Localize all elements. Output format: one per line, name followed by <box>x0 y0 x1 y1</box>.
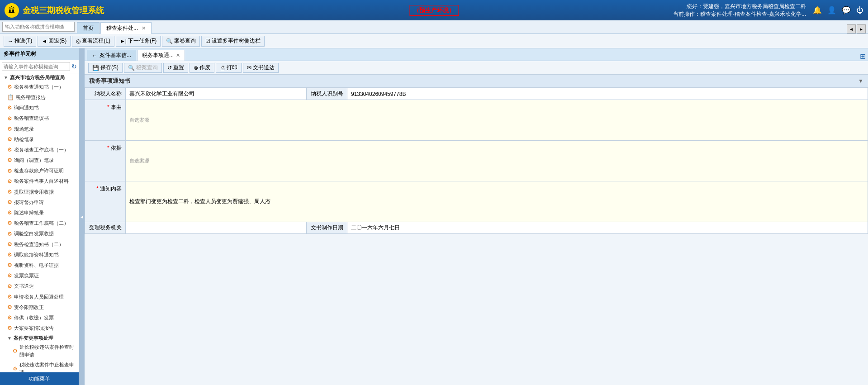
tree-item-24[interactable]: ⚙大案要案情况报告 <box>0 323 79 333</box>
notice-label: * 通知内容 <box>85 181 126 222</box>
tree-item-15[interactable]: ⚙调验空白发票收据 <box>0 229 79 239</box>
void-icon: ⊗ <box>194 65 198 71</box>
form-container: 税务事项通知书 ▼ 纳税人名称 嘉兴禾欣化学工业有限公司 纳税人识别号 9133… <box>85 75 868 385</box>
nav-search-input[interactable] <box>5 24 64 29</box>
function-menu-button[interactable]: 功能菜单 <box>0 372 79 385</box>
tree-item-4[interactable]: ⚙税务稽查建议书 <box>0 114 79 124</box>
basis-required: * <box>107 145 109 151</box>
next-task-button[interactable]: ►| 下一任务(F) <box>116 36 161 47</box>
tab-tax-notice-close[interactable]: ✕ <box>176 52 180 58</box>
tree-item-19[interactable]: ⚙发票换票证 <box>0 271 79 281</box>
taxpayer-name-value: 嘉兴禾欣化学工业有限公司 <box>126 88 307 100</box>
sidebar-search-input[interactable] <box>2 62 70 71</box>
back-label: 回退(B) <box>48 37 66 45</box>
tree-item-10[interactable]: ⚙税务案件当事人自述材料 <box>0 176 79 187</box>
form-collapse-icon[interactable]: ▼ <box>858 78 863 84</box>
tree-item-14[interactable]: ⚙税务稽查工作底稿（二） <box>0 218 79 228</box>
tree-item-16[interactable]: ⚙税务检查通知书（二） <box>0 239 79 250</box>
save-icon: 💾 <box>92 65 99 71</box>
tree-item-17[interactable]: ⚙调取账簿资料通知书 <box>0 250 79 260</box>
notice-row: * 通知内容 检查部门变更为检查二科，检查人员变更为贾建强、周人杰 <box>85 181 868 222</box>
tab-audit-close[interactable]: ✕ <box>142 25 146 31</box>
print-label: 打印 <box>227 64 237 71</box>
sidebar-header: 多事件单元树 <box>0 48 79 60</box>
tab-home-label: 首页 <box>83 24 94 32</box>
logo-icon: 🏛 <box>5 3 19 18</box>
receiver-value[interactable] <box>126 222 307 234</box>
void-label: 作废 <box>199 64 210 71</box>
basis-label: * 依据 <box>85 141 126 181</box>
tree-group-label: 嘉兴市地方税务局稽查局 <box>10 74 65 81</box>
tab-case-basic[interactable]: ← 案件基本信... <box>87 50 136 61</box>
tree-item-7[interactable]: ⚙税务稽查工作底稿（一） <box>0 145 79 155</box>
doc-date-label: 文书制作日期 <box>307 222 347 234</box>
tree-group-case-change[interactable]: ▼ 案件变更事项处理 <box>0 334 79 342</box>
collapse-handle[interactable]: ◄ <box>79 48 85 385</box>
back-button[interactable]: ◄ 回退(B) <box>38 36 71 47</box>
form-table: 纳税人名称 嘉兴禾欣化学工业有限公司 纳税人识别号 91330402609459… <box>85 88 868 234</box>
tree-item-6[interactable]: ⚙助检笔录 <box>0 134 79 145</box>
next-icon: ►| <box>120 38 127 44</box>
print-button[interactable]: 🖨 打印 <box>216 63 242 73</box>
power-icon[interactable]: ⏻ <box>856 6 863 14</box>
main-content: 多事件单元树 ↻ ▼ 嘉兴市地方税务局稽查局 ⚙税务检查通知书（一） 📋税务稽查… <box>0 48 868 385</box>
tree-item-2[interactable]: 📋税务稽查报告 <box>0 92 79 103</box>
set-sidebar-button[interactable]: ☑ 设置多事件树侧边栏 <box>201 36 265 47</box>
tree-item-11[interactable]: ⚙提取证据专用收据 <box>0 187 79 197</box>
save-button[interactable]: 💾 保存(S) <box>88 63 123 73</box>
form-title-text: 税务事项通知书 <box>89 77 130 85</box>
reset-button[interactable]: ↺ 重置 <box>163 63 188 73</box>
basis-value[interactable]: 自选案源 <box>126 141 868 181</box>
tab-home[interactable]: 首页 <box>77 22 100 34</box>
sidebar-icon: ☑ <box>205 38 210 44</box>
tree-item-21[interactable]: ⚙申请税务人员回避处理 <box>0 292 79 302</box>
nav-search-box[interactable] <box>2 22 75 32</box>
tree-item-22[interactable]: ⚙责令限期改正 <box>0 302 79 313</box>
current-action: 当前操作：稽查案件处理-稽查案件检查-嘉兴禾欣化学... <box>673 10 806 18</box>
receiver-label: 受理税务机关 <box>85 222 126 234</box>
app-header: 🏛 金税三期税收管理系统 （预生产环境） 您好：贾建强，嘉兴市地方税务局稽查局检… <box>0 0 868 20</box>
tree-group-jiaxing[interactable]: ▼ 嘉兴市地方税务局稽查局 <box>0 73 79 82</box>
tree-item-8[interactable]: ⚙询问（调查）笔录 <box>0 155 79 166</box>
reason-required: * <box>107 104 109 110</box>
tree-item-18[interactable]: ⚙视听资料、电子证据 <box>0 260 79 271</box>
user-icon[interactable]: 👤 <box>827 6 836 14</box>
tree-item-20[interactable]: ⚙文书送达 <box>0 281 79 292</box>
tree-item-12[interactable]: ⚙报请督办申请 <box>0 197 79 208</box>
sidebar: 多事件单元树 ↻ ▼ 嘉兴市地方税务局稽查局 ⚙税务检查通知书（一） 📋税务稽查… <box>0 48 79 385</box>
void-button[interactable]: ⊗ 作废 <box>190 63 214 73</box>
tree-item-25[interactable]: ⚙延长税收违法案件检查时限申请 <box>0 342 79 360</box>
reason-value[interactable]: 自选案源 <box>126 100 868 141</box>
view-flow-button[interactable]: ◎ 查看流程(L) <box>72 36 114 47</box>
tree-item-13[interactable]: ⚙陈述申辩笔录 <box>0 208 79 218</box>
nav-prev[interactable]: ◄ <box>847 24 856 33</box>
case-query-button[interactable]: 🔍 案卷查询 <box>162 36 200 47</box>
nav-next[interactable]: ► <box>857 24 866 33</box>
tree-item-26[interactable]: ⚙税收违法案件中止检查申请 <box>0 360 79 372</box>
sidebar-search: ↻ <box>0 60 79 73</box>
case-query-inner-button[interactable]: 🔍 稽案查询 <box>124 63 162 73</box>
tab-tax-notice[interactable]: 税务事项通... ✕ <box>137 50 185 61</box>
tree-item-9[interactable]: ⚙检查存款账户许可证明 <box>0 166 79 176</box>
doc-send-icon: ✉ <box>247 65 251 71</box>
bell-icon[interactable]: 🔔 <box>813 6 822 14</box>
tab-case-basic-label: 案件基本信... <box>100 52 131 59</box>
refresh-icon[interactable]: ↻ <box>71 63 77 70</box>
sidebar-header-label: 多事件单元树 <box>4 51 36 57</box>
basis-hint: 自选案源 <box>129 157 864 164</box>
logo-area: 🏛 金税三期税收管理系统 <box>5 3 104 18</box>
reason-hint: 自选案源 <box>129 117 864 124</box>
notice-value[interactable]: 检查部门变更为检查二科，检查人员变更为贾建强、周人杰 <box>126 181 868 222</box>
nav-bar: 首页 稽查案件处... ✕ ◄ ► <box>0 20 868 34</box>
nav-arrows: ◄ ► <box>847 24 868 33</box>
tree-item-3[interactable]: ⚙询问通知书 <box>0 103 79 113</box>
push-button[interactable]: → 推送(T) <box>4 36 36 47</box>
tree-item-1[interactable]: ⚙税务检查通知书（一） <box>0 82 79 92</box>
doc-send-label: 文书送达 <box>253 64 275 71</box>
panel-expand[interactable]: ⊞ <box>860 52 868 61</box>
tree-item-23[interactable]: ⚙停供（收缴）发票 <box>0 313 79 323</box>
doc-send-button[interactable]: ✉ 文书送达 <box>243 63 279 73</box>
chat-icon[interactable]: 💬 <box>842 6 851 14</box>
tree-item-5[interactable]: ⚙现场笔录 <box>0 124 79 134</box>
tab-audit[interactable]: 稽查案件处... ✕ <box>100 22 152 34</box>
